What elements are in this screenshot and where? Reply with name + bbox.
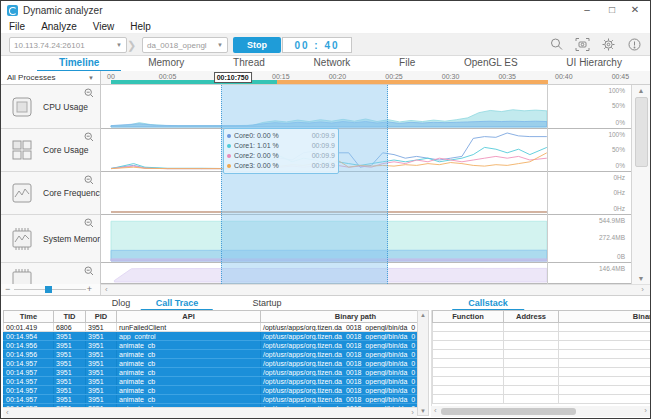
table-row[interactable] [433, 359, 651, 368]
menu-file[interactable]: File [1, 21, 33, 32]
table-cell: 00:14.956 [4, 350, 54, 359]
scroll-down-icon[interactable]: ▼ [418, 408, 428, 414]
tab-opengl-es[interactable]: OpenGL ES [464, 56, 518, 71]
scrollbar-thumb[interactable] [441, 408, 576, 415]
zoom-minus-button[interactable]: − [5, 284, 10, 295]
table-cell: 00:14.957 [4, 395, 54, 404]
table-cell: 3951 [86, 395, 117, 404]
stop-button[interactable]: Stop [233, 37, 281, 53]
zoom-out-icon[interactable] [84, 132, 94, 142]
chart-row-label-cpu-usage[interactable]: CPU Usage [1, 85, 100, 129]
tab-startup[interactable]: Startup [252, 298, 281, 308]
column-header-tid[interactable]: TID [54, 311, 86, 323]
device-select[interactable]: 10.113.74.24:26101▼ [9, 37, 127, 53]
menu-help[interactable]: Help [122, 21, 159, 32]
tab-network[interactable]: Network [314, 56, 351, 71]
title-bar: Dynamic analyzer – □ ✕ [1, 1, 650, 19]
table-row[interactable] [433, 386, 651, 395]
tab-callstack[interactable]: Callstack [468, 298, 508, 308]
column-header-binary-path[interactable]: Binary path [261, 311, 418, 323]
column-header-binary-path[interactable]: Binary path [559, 311, 651, 323]
table-row[interactable]: 00:14.95639513951animate_cb/opt/usr/apps… [4, 350, 418, 359]
call-trace-vertical-scrollbar[interactable]: ▲ ▼ [417, 310, 429, 416]
close-button[interactable]: ✕ [624, 1, 646, 19]
elapsed-timer: 00 : 40 [282, 37, 352, 53]
application-select[interactable]: da_0018_opengl▼ [142, 37, 228, 53]
table-row[interactable] [433, 395, 651, 404]
table-row[interactable]: 00:14.95739513951animate_cb/opt/usr/apps… [4, 395, 418, 404]
minimize-button[interactable]: – [576, 1, 598, 19]
call-trace-horizontal-scrollbar[interactable]: ‹ › [3, 407, 417, 418]
scroll-right-icon[interactable]: › [411, 408, 414, 418]
timeline-ruler[interactable]: 0000:0500:1500:2000:2500:3000:3500:4000:… [101, 71, 650, 85]
settings-gear-icon[interactable] [601, 37, 616, 52]
table-row[interactable] [433, 377, 651, 386]
axis-label: 100% [608, 131, 625, 138]
table-cell: /opt/usr/apps/org.tizen.da_0018_opengl/b… [261, 386, 418, 395]
menu-view[interactable]: View [85, 21, 123, 32]
table-row[interactable]: 00:14.95439513951app_control/opt/usr/app… [4, 332, 418, 341]
ruler-tick: 00:15 [272, 73, 290, 80]
slider-thumb[interactable] [45, 286, 52, 293]
time-marker[interactable]: 00:10:750 [214, 72, 252, 83]
table-row[interactable]: 00:14.95739513951animate_cb/opt/usr/apps… [4, 359, 418, 368]
table-cell [433, 386, 504, 395]
chart-row-label-core-usage[interactable]: Core Usage [1, 129, 100, 172]
table-cell: animate_cb [117, 341, 261, 350]
table-row[interactable] [433, 341, 651, 350]
tab-file[interactable]: File [399, 56, 415, 71]
table-row[interactable]: 00:14.95639513951animate_cb/opt/usr/apps… [4, 341, 418, 350]
tab-call-trace[interactable]: Call Trace [156, 298, 199, 308]
main-tab-bar: Timeline Memory Thread Network File Open… [1, 56, 650, 71]
screenshot-icon[interactable] [575, 37, 590, 52]
zoom-out-icon[interactable] [84, 266, 94, 276]
table-row[interactable] [433, 323, 651, 332]
scroll-down-icon[interactable]: ▼ [632, 275, 650, 282]
scroll-right-icon[interactable]: › [641, 285, 644, 295]
chart-row-label-system-memory[interactable]: System Memory [1, 215, 100, 263]
chart-vertical-scrollbar[interactable]: ▲ ▼ [631, 85, 650, 284]
scroll-left-icon[interactable]: ‹ [434, 406, 437, 416]
table-cell [433, 332, 504, 341]
chart-horizontal-scrollbar[interactable]: ‹ › [101, 284, 650, 295]
table-cell [559, 350, 651, 359]
scroll-left-icon[interactable]: ‹ [105, 285, 108, 295]
scroll-up-icon[interactable]: ▲ [418, 312, 428, 318]
column-header-function[interactable]: Function [433, 311, 504, 323]
column-header-time[interactable]: Time [4, 311, 54, 323]
about-info-icon[interactable] [627, 37, 642, 52]
scroll-left-icon[interactable]: ‹ [6, 408, 9, 418]
zoom-out-icon[interactable] [84, 218, 94, 228]
table-row[interactable] [433, 350, 651, 359]
zoom-plus-button[interactable]: + [87, 284, 92, 295]
callstack-horizontal-scrollbar[interactable]: ‹ › [431, 406, 650, 417]
table-row[interactable]: 00:14.95739513951animate_cb/opt/usr/apps… [4, 386, 418, 395]
process-filter-dropdown[interactable]: All Processes▼ [1, 71, 101, 85]
zoom-out-icon[interactable] [84, 88, 94, 98]
column-header-api[interactable]: API [117, 311, 261, 323]
scroll-up-icon[interactable]: ▲ [632, 87, 650, 94]
tab-timeline[interactable]: Timeline [59, 56, 99, 71]
chart-row-label-core-frequency[interactable]: Core Frequency [1, 172, 100, 215]
tab-dlog[interactable]: Dlog [112, 298, 131, 308]
tab-memory[interactable]: Memory [148, 56, 184, 71]
column-header-address[interactable]: Address [504, 311, 559, 323]
tab-thread[interactable]: Thread [233, 56, 265, 71]
column-header-pid[interactable]: PID [86, 311, 117, 323]
chart-row-label-process-memory[interactable] [1, 263, 100, 284]
tab-ui-hierarchy[interactable]: UI Hierarchy [566, 56, 622, 71]
scrollbar-thumb[interactable] [635, 97, 648, 167]
table-cell: 3951 [86, 386, 117, 395]
table-row[interactable]: 00:14.95739513951animate_cb/opt/usr/apps… [4, 368, 418, 377]
table-cell [559, 323, 651, 332]
search-icon[interactable] [549, 37, 564, 52]
table-row[interactable]: 00:14.95739513951animate_cb/opt/usr/apps… [4, 377, 418, 386]
maximize-button[interactable]: □ [601, 1, 623, 19]
table-row[interactable] [433, 332, 651, 341]
timeline-selection-region[interactable] [221, 85, 389, 284]
table-row[interactable]: 00:01.41968063951runFailedClient/opt/usr… [4, 323, 418, 332]
scroll-right-icon[interactable]: › [644, 406, 647, 416]
zoom-out-icon[interactable] [84, 175, 94, 185]
table-row[interactable] [433, 368, 651, 377]
menu-analyze[interactable]: Analyze [33, 21, 85, 32]
